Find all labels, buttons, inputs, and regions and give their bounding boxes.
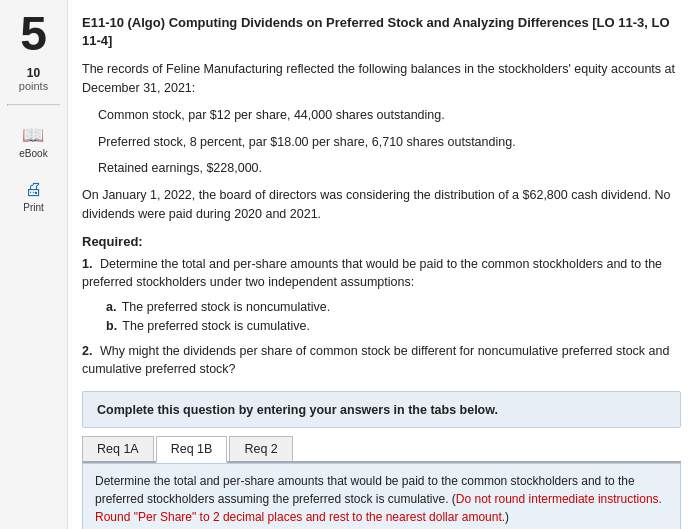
item1b-letter: b. (106, 319, 117, 333)
print-icon: 🖨 (25, 179, 43, 200)
points-value: 10 (19, 66, 48, 80)
stock-details: Common stock, par $12 per share, 44,000 … (98, 106, 681, 178)
stock-detail-1: Common stock, par $12 per share, 44,000 … (98, 106, 681, 125)
item2-num: 2. (82, 344, 92, 358)
question-box: Complete this question by entering your … (82, 391, 681, 428)
item2: 2. Why might the dividends per share of … (82, 342, 681, 380)
ebook-label: eBook (19, 148, 47, 159)
item2-text: Why might the dividends per share of com… (82, 344, 669, 377)
item1b: b. The preferred stock is cumulative. (106, 317, 681, 336)
sidebar: 5 10 points 📖 eBook 🖨 Print (0, 0, 68, 529)
main-content: E11-10 (Algo) Computing Dividends on Pre… (68, 0, 697, 529)
tab-req1a[interactable]: Req 1A (82, 436, 154, 461)
january-text: On January 1, 2022, the board of directo… (82, 186, 681, 224)
print-button[interactable]: 🖨 Print (15, 175, 52, 217)
tab-req2[interactable]: Req 2 (229, 436, 292, 461)
item1a-letter: a. (106, 300, 116, 314)
item1: 1. Determine the total and per-share amo… (82, 255, 681, 293)
item1a-text: The preferred stock is noncumulative. (122, 300, 330, 314)
question-box-text: Complete this question by entering your … (97, 403, 498, 417)
chapter-number: 5 (20, 10, 47, 58)
ebook-icon: 📖 (22, 124, 44, 146)
info-close: ) (505, 510, 509, 524)
ebook-button[interactable]: 📖 eBook (11, 120, 55, 163)
print-label: Print (23, 202, 44, 213)
points-section: 10 points (19, 66, 48, 92)
required-label: Required: (82, 234, 681, 249)
tab-req1b[interactable]: Req 1B (156, 436, 228, 463)
item1-text: Determine the total and per-share amount… (82, 257, 662, 290)
tabs-container: Req 1A Req 1B Req 2 (82, 436, 681, 463)
item1a: a. The preferred stock is noncumulative. (106, 298, 681, 317)
stock-detail-3: Retained earnings, $228,000. (98, 159, 681, 178)
intro-text: The records of Feline Manufacturing refl… (82, 60, 681, 98)
info-box: Determine the total and per-share amount… (82, 463, 681, 529)
stock-detail-2: Preferred stock, 8 percent, par $18.00 p… (98, 133, 681, 152)
item1-num: 1. (82, 257, 92, 271)
item1b-text: The preferred stock is cumulative. (122, 319, 310, 333)
points-label: points (19, 80, 48, 92)
problem-header: E11-10 (Algo) Computing Dividends on Pre… (82, 14, 681, 50)
